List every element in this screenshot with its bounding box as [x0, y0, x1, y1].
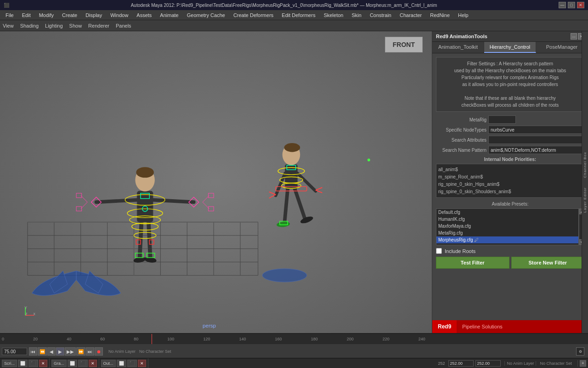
outliner-close-button[interactable]: ✕ — [138, 360, 146, 367]
footer-pipeline-label: Pipeline Solutions — [457, 320, 588, 333]
viewport-background: FRONT — [0, 31, 432, 333]
menu-edit-deformers[interactable]: Edit Deformers — [278, 12, 319, 19]
menu-file[interactable]: File — [2, 12, 17, 19]
search-name-pattern-input[interactable] — [488, 146, 584, 154]
panel-title: Red9 AnimationTools — [436, 34, 487, 39]
menubar: File Edit Modify Create Display Window A… — [0, 10, 588, 20]
titlebar: ⬛ Autodesk Maya 2012: P:\Red9_Pipeline\T… — [0, 0, 588, 10]
tab-animation-toolkit[interactable]: Animation_Toolkit — [432, 42, 484, 53]
frame-input[interactable] — [2, 348, 27, 355]
record-button[interactable]: ⏺ — [95, 347, 103, 356]
right-ctrl-1[interactable]: ⚙ — [576, 347, 584, 356]
playback-controls: ⏮ ⏪ ◀ ▶ ▶▶ ⏩ ⏭ ⏺ — [29, 347, 103, 356]
svg-point-58 — [300, 215, 314, 225]
viewport-scene: z x Y — [0, 31, 432, 333]
menu-edit[interactable]: Edit — [18, 12, 34, 19]
menu-skin[interactable]: Skin — [348, 12, 365, 19]
toolbar-panels[interactable]: Panels — [116, 23, 131, 29]
jump-start-button[interactable]: ⏮ — [29, 347, 37, 356]
meta-rig-input[interactable] — [488, 115, 516, 124]
menu-animate[interactable]: Animate — [156, 12, 182, 19]
timeline-ruler: 0 20 40 60 80 100 120 140 160 180 200 22… — [0, 334, 427, 344]
test-filter-button[interactable]: Test Filter — [436, 257, 509, 269]
step-forward-button[interactable]: ⏩ — [76, 347, 85, 356]
graph-editor-button[interactable]: Gra... — [51, 360, 67, 367]
statusbar-script-section: Scri... ⬜ ⬛ ✕ — [0, 358, 50, 368]
menu-geometry-cache[interactable]: Geometry Cache — [183, 12, 229, 19]
toolbar-view[interactable]: View — [3, 23, 14, 29]
search-name-pattern-label: Search Name Pattern — [436, 148, 486, 153]
statusbar-frame-info: 252 — [432, 360, 504, 367]
menu-display[interactable]: Display — [82, 12, 106, 19]
outliner-button[interactable]: Out... — [101, 360, 116, 367]
priority-item-3: rig_spine_0_skin_Hips_anim$ — [438, 181, 582, 188]
menu-constrain[interactable]: Constrain — [366, 12, 395, 19]
channel-box-label: Channel Box — [583, 152, 587, 178]
preset-maxformaya[interactable]: MaxforMaya.cfg — [436, 223, 578, 230]
search-attributes-row: Search Attributes — [436, 136, 584, 144]
frame-current-input[interactable] — [448, 360, 474, 367]
panel-content: Filter Settings : A Hierarchy search pat… — [432, 53, 588, 320]
script-editor-button[interactable]: Scri... — [2, 360, 17, 367]
preset-humanik[interactable]: HumanIK.cfg — [436, 216, 578, 223]
bottom-area: 0 20 40 60 80 100 120 140 160 180 200 22… — [0, 333, 588, 358]
svg-line-65 — [269, 192, 276, 195]
toolbar-shading[interactable]: Shading — [20, 23, 39, 29]
script-dock-button[interactable]: ⬛ — [28, 360, 38, 367]
minimize-button[interactable]: — — [559, 2, 566, 8]
menu-window[interactable]: Window — [107, 12, 132, 19]
play-forward-button[interactable]: ▶ — [56, 347, 64, 356]
graph-float-button[interactable]: ⬜ — [68, 360, 77, 367]
next-frame-button[interactable]: ▶▶ — [65, 347, 76, 356]
viewport[interactable]: FRONT — [0, 31, 432, 333]
presets-container: Default.cfg HumanIK.cfg MaxforMaya.cfg M… — [436, 208, 584, 245]
statusbar-settings-button[interactable]: ≡ — [580, 360, 586, 367]
timeline-num-160: 160 — [275, 337, 282, 341]
toolbar-renderer[interactable]: Renderer — [88, 23, 109, 29]
menu-character[interactable]: Character — [396, 12, 425, 19]
tab-pose-manager[interactable]: PoseManager — [536, 42, 588, 53]
axis-y: Y — [24, 305, 27, 310]
specific-node-types-input[interactable] — [488, 126, 584, 134]
timeline-bar[interactable]: 0 20 40 60 80 100 120 140 160 180 200 22… — [0, 334, 588, 344]
menu-help[interactable]: Help — [454, 12, 472, 19]
maximize-button[interactable]: □ — [568, 2, 575, 8]
graph-dock-button[interactable]: ⬛ — [78, 360, 88, 367]
panel-minimize-button[interactable]: — — [571, 33, 577, 40]
preset-default[interactable]: Default.cfg — [436, 209, 578, 216]
store-new-filter-button[interactable]: Store New Filter — [511, 257, 585, 269]
filter-desc-line6: checkBoxes will process all children of … — [440, 102, 580, 109]
menu-skeleton[interactable]: Skeleton — [320, 12, 347, 19]
menu-assets[interactable]: Assets — [133, 12, 155, 19]
menu-create-deformers[interactable]: Create Deformers — [230, 12, 277, 19]
toolbar-show[interactable]: Show — [69, 23, 82, 29]
include-roots-checkbox[interactable] — [436, 248, 442, 254]
outliner-float-button[interactable]: ⬜ — [117, 360, 126, 367]
svg-line-67 — [316, 188, 322, 190]
filter-desc-line2: used by all the Hierarchy checkBoxes on … — [440, 67, 580, 74]
step-back-button[interactable]: ⏪ — [38, 347, 47, 356]
graph-close-button[interactable]: ✕ — [89, 360, 97, 367]
menu-create[interactable]: Create — [58, 12, 81, 19]
filter-description: Filter Settings : A Hierarchy search pat… — [436, 57, 584, 112]
toolbar-lighting[interactable]: Lighting — [45, 23, 63, 29]
frame-end-input[interactable] — [475, 360, 501, 367]
script-float-button[interactable]: ⬜ — [18, 360, 28, 367]
search-attributes-input[interactable] — [488, 136, 584, 144]
window-controls: — □ ✕ — [559, 2, 584, 8]
app-icon: ⬛ — [4, 3, 9, 8]
close-button[interactable]: ✕ — [577, 2, 584, 8]
search-attributes-label: Search Attributes — [436, 138, 486, 143]
prev-frame-button[interactable]: ◀ — [47, 347, 56, 356]
outliner-dock-button[interactable]: ⬛ — [127, 360, 137, 367]
preset-penguin[interactable]: Penguin.cfg — [436, 243, 578, 245]
statusbar-outliner-section: Out... ⬜ ⬛ ✕ — [99, 358, 148, 368]
tab-hierarchy-control[interactable]: Hierarchy_Control — [484, 42, 536, 53]
script-close-button[interactable]: ✕ — [39, 360, 47, 367]
window-title: Autodesk Maya 2012: P:\Red9_Pipeline\Tes… — [9, 3, 559, 8]
preset-morpheusrig[interactable]: MorpheusRig.cfg 🖊 — [436, 236, 578, 243]
preset-metarig[interactable]: MetaRig.cfg — [436, 230, 578, 236]
menu-modify[interactable]: Modify — [35, 12, 57, 19]
menu-rednine[interactable]: RedNine — [426, 12, 453, 19]
jump-end-button[interactable]: ⏭ — [86, 347, 94, 356]
